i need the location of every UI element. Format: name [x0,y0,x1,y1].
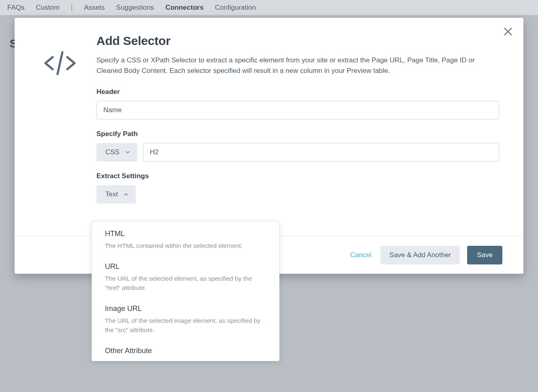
dropdown-option-title: HTML [105,230,266,238]
dropdown-option-url[interactable]: URL The URL of the selected element, as … [92,258,279,300]
cancel-button[interactable]: Cancel [348,248,373,262]
dropdown-option-desc: The URL of the selected image element, a… [105,316,266,334]
dropdown-option-html[interactable]: HTML The HTML contained within the selec… [92,226,279,258]
dropdown-option-title: URL [105,262,266,271]
extract-label: Extract Settings [96,172,499,180]
svg-line-2 [58,52,62,74]
save-button[interactable]: Save [467,246,502,264]
nav-item-assets[interactable]: Assets [84,4,105,12]
extract-settings-value: Text [105,190,118,198]
dropdown-option-other-attribute[interactable]: Other Attribute [92,343,279,361]
path-value-input[interactable] [143,143,499,162]
extract-settings-select[interactable]: Text [96,185,136,204]
code-icon [37,34,83,214]
extract-settings-dropdown: HTML The HTML contained within the selec… [92,221,280,361]
modal-description: Specify a CSS or XPath Selector to extra… [96,55,499,77]
dropdown-option-desc: The HTML contained within the selected e… [105,241,266,250]
dropdown-option-title: Image URL [105,305,266,313]
chevron-down-icon [124,149,131,156]
chevron-up-icon [123,191,129,198]
modal-title: Add Selector [96,34,499,48]
nav-separator: | [71,4,73,12]
path-type-value: CSS [105,148,120,156]
dropdown-option-title: Other Attribute [105,347,266,355]
close-icon[interactable] [502,26,514,37]
header-label: Header [96,88,499,96]
nav-item-configuration[interactable]: Configuration [215,4,256,12]
save-add-another-button[interactable]: Save & Add Another [380,246,460,264]
dropdown-option-image-url[interactable]: Image URL The URL of the selected image … [92,300,279,343]
nav-item-connectors[interactable]: Connectors [165,4,203,12]
nav-item-custom[interactable]: Custom [36,4,60,12]
nav-item-faqs[interactable]: FAQs [7,4,25,12]
top-nav: FAQs Custom | Assets Suggestions Connect… [0,0,538,15]
path-type-select[interactable]: CSS [96,143,137,162]
nav-item-suggestions[interactable]: Suggestions [116,4,154,12]
header-input[interactable] [96,101,499,119]
specify-path-label: Specify Path [96,130,499,138]
dropdown-option-desc: The URL of the selected element, as spec… [105,274,266,292]
